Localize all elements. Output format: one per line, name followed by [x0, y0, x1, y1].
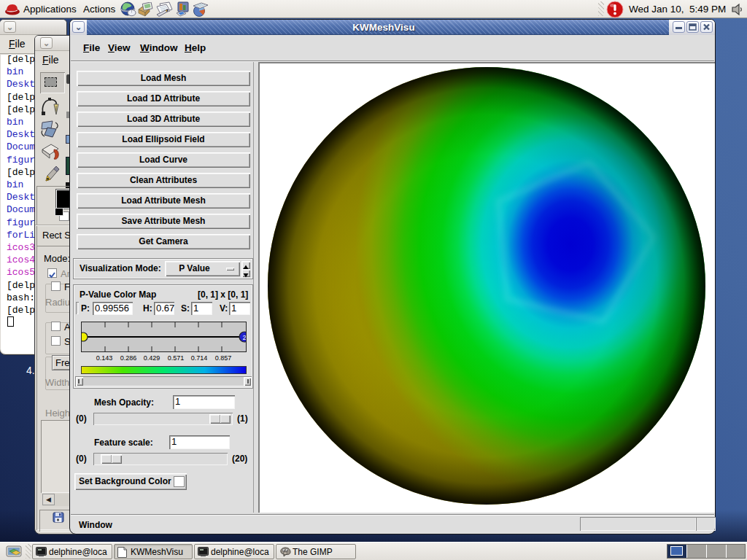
svg-text:2: 2: [242, 334, 246, 341]
